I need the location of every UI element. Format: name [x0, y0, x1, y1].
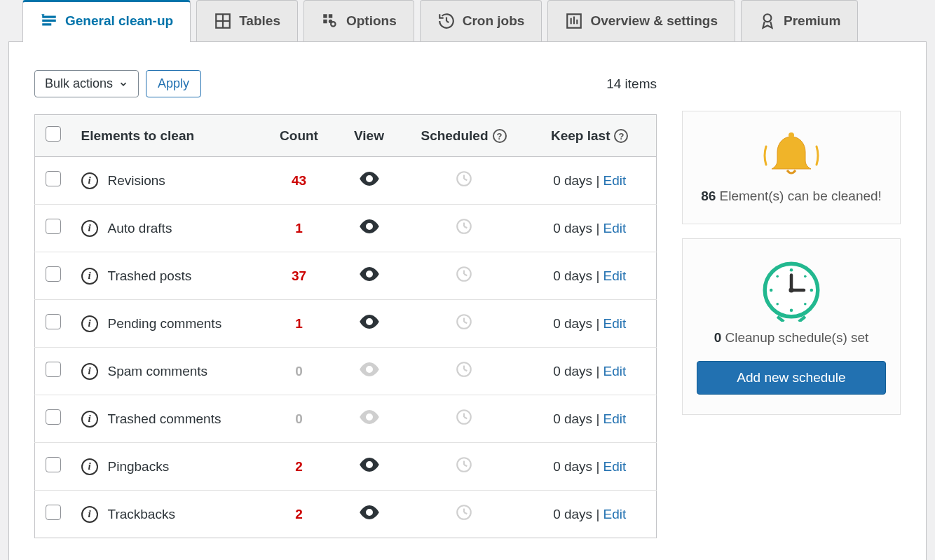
table-row: iPingbacks20 days | Edit	[35, 443, 657, 491]
row-count: 2	[295, 507, 303, 521]
help-icon[interactable]: ?	[493, 129, 507, 143]
table-row: iRevisions430 days | Edit	[35, 157, 657, 205]
bulk-actions-select[interactable]: Bulk actions	[34, 70, 139, 97]
apply-button[interactable]: Apply	[146, 70, 201, 97]
row-checkbox[interactable]	[46, 362, 61, 377]
edit-link[interactable]: Edit	[603, 364, 627, 378]
row-name: Trashed posts	[108, 268, 192, 284]
svg-point-35	[367, 416, 371, 419]
keep-text: 0 days	[553, 507, 592, 521]
edit-link[interactable]: Edit	[603, 316, 627, 331]
select-all-checkbox[interactable]	[46, 126, 61, 142]
svg-point-23	[367, 273, 371, 276]
view-icon[interactable]	[359, 172, 380, 186]
schedule-text: 0 Cleanup schedule(s) set	[697, 330, 886, 346]
row-count: 1	[295, 316, 303, 331]
view-icon[interactable]	[359, 505, 380, 519]
row-count: 1	[295, 221, 303, 235]
svg-point-55	[770, 289, 773, 292]
edit-link[interactable]: Edit	[603, 221, 627, 235]
svg-point-58	[776, 303, 779, 306]
svg-line-38	[464, 417, 467, 418]
cleanable-text: 86 Element(s) can be cleaned!	[697, 189, 886, 204]
bulk-actions-label: Bulk actions	[45, 76, 113, 91]
info-icon[interactable]: i	[81, 506, 98, 523]
row-checkbox[interactable]	[46, 314, 61, 329]
table-row: iSpam comments00 days | Edit	[35, 348, 657, 395]
row-name: Revisions	[108, 173, 165, 189]
tab-premium[interactable]: Premium	[741, 0, 858, 41]
tab-tables[interactable]: Tables	[196, 0, 298, 41]
info-icon[interactable]: i	[81, 315, 98, 332]
svg-line-30	[464, 322, 467, 323]
info-icon[interactable]: i	[81, 411, 98, 428]
row-count: 37	[292, 268, 306, 283]
svg-point-56	[804, 275, 807, 278]
row-name: Trashed comments	[108, 411, 221, 427]
options-icon	[321, 12, 339, 30]
scheduled-icon	[455, 313, 473, 331]
svg-point-54	[790, 309, 793, 313]
edit-link[interactable]: Edit	[603, 411, 627, 426]
tab-options[interactable]: Options	[303, 0, 414, 41]
svg-line-60	[777, 317, 784, 322]
svg-line-46	[464, 512, 467, 514]
row-name: Trackbacks	[108, 507, 175, 522]
info-icon[interactable]: i	[81, 220, 98, 237]
tab-cron[interactable]: Cron jobs	[420, 0, 542, 41]
svg-point-7	[329, 20, 332, 23]
scheduled-icon	[455, 408, 473, 426]
help-icon[interactable]: ?	[614, 129, 628, 143]
col-elements: Elements to clean	[71, 115, 264, 157]
view-icon[interactable]	[359, 267, 380, 281]
view-icon[interactable]	[359, 219, 380, 233]
info-icon[interactable]: i	[81, 363, 98, 380]
keep-text: 0 days	[553, 364, 592, 378]
svg-point-14	[764, 14, 772, 22]
svg-point-57	[804, 303, 807, 306]
chevron-down-icon	[118, 79, 128, 89]
edit-link[interactable]: Edit	[603, 268, 627, 283]
svg-line-42	[464, 465, 467, 466]
edit-link[interactable]: Edit	[603, 173, 627, 188]
keep-text: 0 days	[553, 411, 592, 426]
row-name: Pingbacks	[108, 459, 170, 474]
row-checkbox[interactable]	[46, 266, 61, 282]
content-panel: Bulk actions Apply 14 items Elements to …	[8, 41, 927, 560]
table-row: iAuto drafts10 days | Edit	[35, 205, 657, 252]
cron-icon	[437, 12, 456, 30]
edit-link[interactable]: Edit	[603, 459, 627, 474]
keep-text: 0 days	[553, 316, 592, 331]
row-checkbox[interactable]	[46, 171, 61, 186]
edit-link[interactable]: Edit	[603, 507, 627, 521]
col-view: View	[334, 115, 404, 157]
info-icon[interactable]: i	[81, 268, 98, 285]
table-row: iTrackbacks20 days | Edit	[35, 491, 657, 538]
row-name: Pending comments	[108, 316, 222, 332]
row-checkbox[interactable]	[46, 505, 61, 520]
view-icon[interactable]	[359, 458, 380, 472]
add-schedule-button[interactable]: Add new schedule	[697, 361, 886, 395]
scheduled-icon	[455, 360, 473, 378]
tab-general[interactable]: General clean-up	[22, 0, 191, 41]
row-checkbox[interactable]	[46, 457, 61, 472]
info-icon[interactable]: i	[81, 458, 98, 475]
clock-icon	[760, 259, 823, 322]
tab-overview[interactable]: Overview & settings	[547, 0, 735, 41]
row-name: Spam comments	[108, 364, 208, 379]
cleanup-table: Elements to clean Count View Scheduled? …	[34, 114, 657, 538]
info-icon[interactable]: i	[81, 172, 98, 189]
svg-point-15	[367, 177, 371, 181]
row-checkbox[interactable]	[46, 219, 61, 234]
svg-point-19	[367, 225, 371, 228]
scheduled-icon	[455, 503, 473, 521]
tab-bar: General clean-upTablesOptionsCron jobsOv…	[8, 0, 927, 41]
row-checkbox[interactable]	[46, 409, 61, 425]
svg-point-52	[790, 268, 793, 272]
svg-line-61	[799, 317, 805, 322]
keep-text: 0 days	[553, 459, 592, 474]
tables-icon	[214, 12, 232, 30]
svg-line-9	[446, 21, 449, 22]
view-icon[interactable]	[359, 315, 380, 329]
row-count: 2	[295, 459, 303, 474]
